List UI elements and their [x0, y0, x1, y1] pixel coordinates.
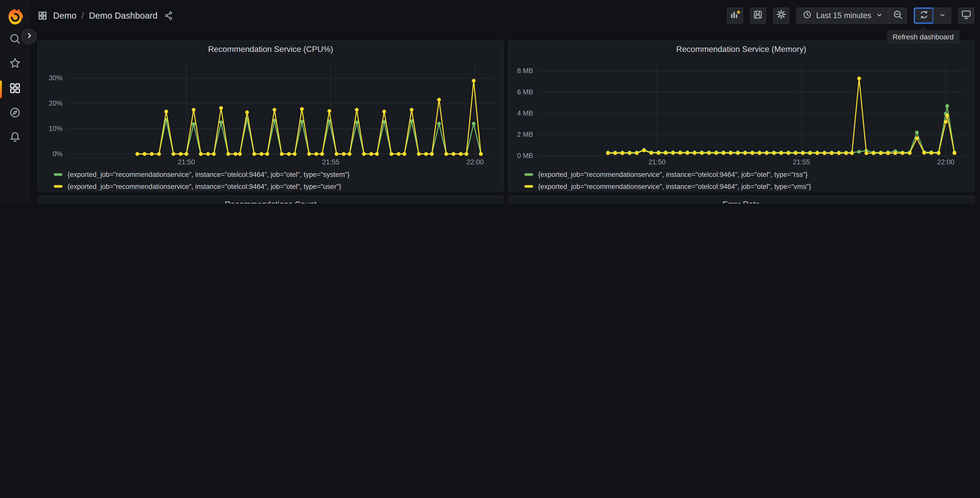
zoom-out-icon — [892, 9, 904, 22]
svg-text:22:00: 22:00 — [937, 158, 954, 166]
breadcrumb-folder[interactable]: Demo — [53, 11, 76, 21]
series-swatch — [54, 185, 62, 188]
panel-title[interactable]: Recommendations Count — [38, 196, 503, 203]
svg-text:22:00: 22:00 — [466, 158, 484, 166]
legend-row: {exported_job="recommendationservice", i… — [525, 180, 969, 192]
sidebar-item-alerting[interactable] — [0, 128, 29, 149]
bell-icon — [8, 131, 21, 146]
zoom-out-button[interactable] — [889, 8, 906, 23]
clock-icon — [802, 10, 812, 21]
series-label[interactable]: {exported_job="recommendationservice", i… — [538, 183, 811, 190]
compass-icon — [8, 106, 21, 121]
svg-text:2 MB: 2 MB — [517, 131, 533, 138]
svg-text:21:55: 21:55 — [793, 158, 810, 166]
time-range-button[interactable]: Last 15 minutes — [797, 8, 889, 23]
time-range-label: Last 15 minutes — [816, 11, 871, 20]
breadcrumb-dashboard: Demo Dashboard — [89, 11, 158, 21]
dashboard-grid-icon — [38, 11, 48, 21]
refresh-group — [914, 7, 951, 24]
sidebar-item-explore[interactable] — [0, 103, 29, 124]
svg-text:21:55: 21:55 — [322, 158, 339, 166]
share-icon[interactable] — [164, 11, 174, 21]
dashboards-icon — [8, 82, 21, 97]
tv-mode-button[interactable] — [958, 7, 974, 24]
grafana-app: ? Demo / Demo Dashboard — [0, 0, 980, 203]
gear-icon — [775, 9, 787, 22]
series-swatch — [525, 185, 533, 188]
series-label[interactable]: {exported_job="recommendationservice", i… — [538, 171, 808, 178]
star-icon — [8, 57, 21, 72]
series-label[interactable]: {exported_job="recommendationservice", i… — [67, 171, 350, 178]
monitor-icon — [961, 9, 972, 22]
legend-row: {exported_job="recommendationservice", i… — [54, 180, 498, 192]
sidebar-item-starred[interactable] — [0, 54, 29, 75]
refresh-dashboard-button[interactable] — [914, 8, 933, 23]
grafana-logo[interactable] — [0, 5, 29, 29]
breadcrumb-separator: / — [81, 11, 84, 21]
chevron-down-icon — [939, 10, 946, 21]
svg-text:10%: 10% — [49, 125, 63, 132]
svg-text:30%: 30% — [49, 74, 63, 82]
panel-title[interactable]: Recommendation Service (CPU%) — [38, 41, 503, 57]
sidebar-item-dashboards[interactable] — [0, 79, 29, 100]
svg-text:0%: 0% — [52, 150, 63, 158]
active-indicator — [0, 81, 2, 99]
legend: {exported_job="recommendationservice", i… — [509, 167, 974, 191]
search-icon — [8, 32, 21, 48]
breadcrumb: Demo / Demo Dashboard — [38, 11, 174, 21]
header-toolbar: Last 15 minutes — [727, 7, 974, 24]
svg-text:4 MB: 4 MB — [517, 109, 533, 117]
add-panel-icon — [729, 9, 740, 22]
refresh-interval-button[interactable] — [934, 8, 951, 23]
series-label[interactable]: {exported_job="recommendationservice", i… — [67, 183, 341, 190]
refresh-tooltip: Refresh dashboard — [887, 30, 959, 44]
svg-text:21:50: 21:50 — [178, 158, 195, 166]
save-dashboard-button[interactable] — [750, 7, 766, 24]
panel-error-rate: Error Rate 21:5021:5522:00020406080100 {… — [508, 196, 974, 203]
panel-recommendation-cpu: Recommendation Service (CPU%) 21:5021:55… — [38, 41, 504, 192]
series-swatch — [525, 173, 533, 176]
refresh-icon — [918, 9, 929, 22]
chevron-down-icon — [875, 10, 883, 21]
svg-text:20%: 20% — [49, 99, 63, 107]
chevron-right-icon — [25, 31, 33, 42]
dashboard-settings-button[interactable] — [773, 7, 789, 24]
cpu-chart[interactable]: 21:5021:5522:000%10%20%30% — [38, 57, 503, 167]
panel-title[interactable]: Error Rate — [509, 196, 974, 203]
legend-row: {exported_job="recommendationservice", i… — [525, 168, 969, 180]
svg-text:8 MB: 8 MB — [517, 67, 533, 75]
legend: {exported_job="recommendationservice", i… — [38, 167, 503, 191]
add-panel-button[interactable] — [727, 7, 743, 24]
series-swatch — [54, 173, 62, 176]
memory-chart[interactable]: 21:5021:5522:000 MB2 MB4 MB6 MB8 MB — [509, 57, 974, 167]
save-icon — [752, 9, 764, 22]
svg-text:6 MB: 6 MB — [517, 88, 533, 96]
header: Demo / Demo Dashboard Last 15 minutes — [29, 0, 980, 31]
svg-text:0 MB: 0 MB — [517, 152, 533, 160]
panel-recommendations-count: Recommendations Count 21:5021:5522:00024… — [38, 196, 504, 203]
panel-recommendation-memory: Recommendation Service (Memory) 21:5021:… — [508, 41, 974, 192]
sidebar-expand-button[interactable] — [21, 29, 37, 45]
legend-row: {exported_job="recommendationservice", i… — [54, 168, 498, 180]
time-picker-group: Last 15 minutes — [796, 7, 907, 24]
svg-text:21:50: 21:50 — [648, 158, 665, 166]
